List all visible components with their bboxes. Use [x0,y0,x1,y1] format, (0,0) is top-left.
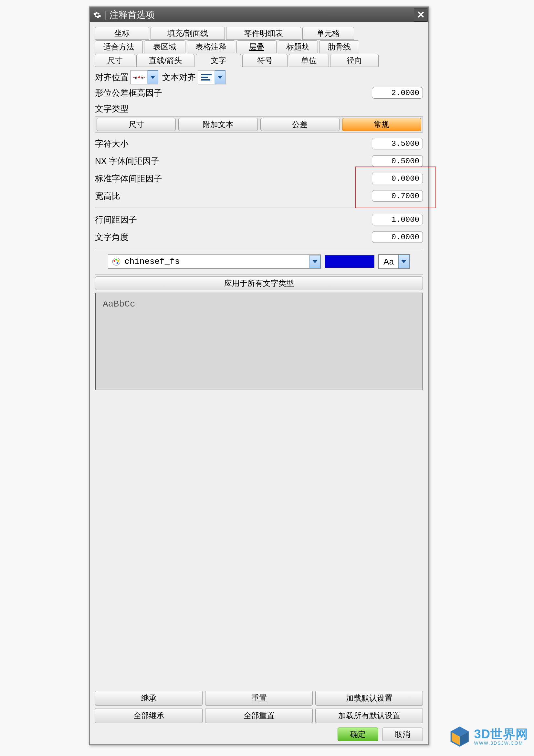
svg-point-8 [114,260,115,262]
annotation-preferences-dialog: | 注释首选项 ✕ 坐标 填充/剖面线 零件明细表 单元格 适合方法 表区域 表… [89,7,429,745]
tab-rib-line[interactable]: 肋骨线 [319,40,359,53]
divider [95,274,423,275]
svg-rect-5 [201,77,208,78]
line-spacing-label: 行间距因子 [95,214,137,225]
tab-dimension[interactable]: 尺寸 [95,54,135,67]
watermark-sub: WWW.3DSJW.COM [474,741,528,746]
type-btn-general[interactable]: 常规 [342,118,421,131]
inherit-all-button[interactable]: 全部继承 [95,708,203,723]
watermark-main: 3D世界网 [474,728,528,741]
close-button[interactable]: ✕ [414,8,427,22]
geom-tol-frame-row: 形位公差框高因子 2.0000 [95,85,423,100]
nx-spacing-label: NX 字体间距因子 [95,155,159,167]
window-title: 注释首选项 [110,9,414,21]
tab-fit-method[interactable]: 适合方法 [95,40,143,53]
titlebar-separator: | [105,10,107,20]
hexagon-icon [449,726,471,747]
titlebar: | 注释首选项 ✕ [90,8,428,22]
geom-tol-frame-input[interactable]: 2.0000 [372,87,423,99]
chevron-down-icon [398,255,409,268]
dialog-content: 坐标 填充/剖面线 零件明细表 单元格 适合方法 表区域 表格注释 层叠 标题块… [90,22,428,744]
close-icon: ✕ [417,9,425,20]
divider [95,207,423,208]
text-align-dropdown[interactable] [198,70,225,84]
reset-all-button[interactable]: 全部重置 [205,708,313,723]
params-area: 字符大小 3.5000 NX 字体间距因子 0.5000 标准字体间距因子 0.… [95,136,423,251]
tab-line-arrow[interactable]: 直线/箭头 [136,54,194,67]
nx-spacing-input[interactable]: 0.5000 [372,155,423,167]
char-size-label: 字符大小 [95,138,129,149]
text-align-label: 文本对齐 [162,72,196,83]
chevron-down-icon [310,255,320,268]
tab-coord[interactable]: 坐标 [95,27,149,40]
font-style-dropdown[interactable]: Aa [378,254,410,269]
type-btn-dimension[interactable]: 尺寸 [97,118,176,131]
alignment-row: 对齐位置 x x 文本对齐 [95,69,423,85]
watermark: 3D世界网 WWW.3DSJW.COM [449,726,528,747]
reset-button[interactable]: 重置 [205,691,313,706]
std-spacing-row: 标准字体间距因子 0.0000 [95,171,423,186]
text-type-label: 文字类型 [95,103,423,115]
align-position-label: 对齐位置 [95,72,129,83]
geom-tol-frame-label: 形位公差框高因子 [95,87,162,99]
svg-point-2 [138,76,140,78]
tab-table-area[interactable]: 表区域 [144,40,186,53]
type-btn-tolerance[interactable]: 公差 [260,118,340,131]
font-row: chinesef_fs Aa [95,254,423,269]
tab-cell[interactable]: 单元格 [302,27,354,40]
ok-cancel-row: 确定 取消 [95,728,423,741]
gear-icon [92,10,102,20]
char-size-row: 字符大小 3.5000 [95,136,423,151]
align-position-dropdown[interactable]: x x [131,70,158,84]
tab-row-1: 坐标 填充/剖面线 零件明细表 单元格 [95,27,423,40]
text-angle-row: 文字角度 0.0000 [95,229,423,245]
apply-all-text-types-button[interactable]: 应用于所有文字类型 [95,277,423,290]
tab-table-annot[interactable]: 表格注释 [187,40,235,53]
align-left-icon [198,70,215,84]
aspect-label: 宽高比 [95,190,120,202]
line-spacing-input[interactable]: 1.0000 [372,214,423,225]
font-dropdown[interactable]: chinesef_fs [108,255,321,269]
font-name: chinesef_fs [124,257,310,266]
tab-radial[interactable]: 径向 [330,54,379,67]
load-default-button[interactable]: 加载默认设置 [315,691,423,706]
tab-fill-section[interactable]: 填充/剖面线 [151,27,225,40]
inherit-button[interactable]: 继承 [95,691,203,706]
load-all-default-button[interactable]: 加载所有默认设置 [315,708,423,723]
preview-text: AaBbCc [103,299,135,309]
nx-spacing-row: NX 字体间距因子 0.5000 [95,153,423,169]
bottom-buttons: 继承 重置 加载默认设置 全部继承 全部重置 加载所有默认设置 [95,691,423,723]
aspect-row: 宽高比 0.7000 [95,188,423,204]
ok-button[interactable]: 确定 [338,728,378,741]
svg-text:x: x [141,75,143,80]
font-preview: AaBbCc [95,293,423,390]
svg-text:x: x [135,75,137,80]
color-swatch[interactable] [325,255,374,268]
text-type-buttons: 尺寸 附加文本 公差 常规 [95,117,423,133]
tab-symbol[interactable]: 符号 [242,54,288,67]
svg-point-9 [115,259,117,261]
tab-overlay[interactable]: 层叠 [237,40,276,53]
chevron-down-icon [148,70,158,84]
aspect-input[interactable]: 0.7000 [372,190,423,202]
tab-text[interactable]: 文字 [196,54,241,67]
tab-parts-list[interactable]: 零件明细表 [226,27,301,40]
tab-row-3: 尺寸 直线/箭头 文字 符号 单位 径向 [95,54,423,67]
font-palette-icon [112,257,121,266]
cancel-button[interactable]: 取消 [382,728,423,741]
svg-point-10 [117,260,119,262]
type-btn-appended[interactable]: 附加文本 [178,118,258,131]
svg-rect-6 [201,79,210,81]
tab-unit[interactable]: 单位 [289,54,329,67]
line-spacing-row: 行间距因子 1.0000 [95,212,423,227]
svg-rect-4 [201,74,212,75]
text-angle-input[interactable]: 0.0000 [372,231,423,243]
chevron-down-icon [215,70,225,84]
std-spacing-input[interactable]: 0.0000 [372,173,423,184]
tab-row-2: 适合方法 表区域 表格注释 层叠 标题块 肋骨线 [95,40,423,53]
svg-point-11 [116,262,118,264]
char-size-input[interactable]: 3.5000 [372,138,423,149]
divider [95,249,423,249]
tab-title-block[interactable]: 标题块 [278,40,318,53]
text-angle-label: 文字角度 [95,231,129,243]
